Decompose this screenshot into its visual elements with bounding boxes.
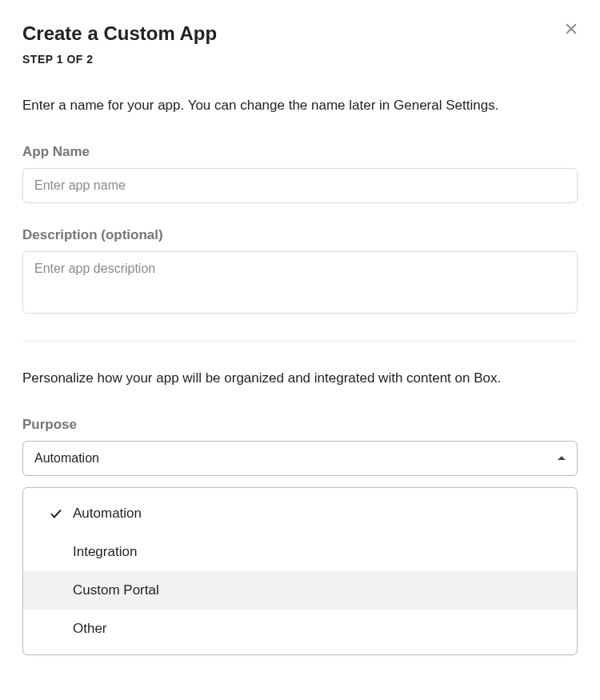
close-button[interactable] xyxy=(562,19,581,38)
description-input[interactable] xyxy=(22,251,578,314)
purpose-option[interactable]: Custom Portal xyxy=(23,571,577,610)
purpose-option[interactable]: Other xyxy=(23,610,577,648)
purpose-select[interactable]: Automation xyxy=(22,441,578,476)
check-icon xyxy=(49,506,63,521)
step-indicator: STEP 1 OF 2 xyxy=(22,53,578,66)
purpose-selected-value: Automation xyxy=(34,451,99,466)
page-title: Create a Custom App xyxy=(22,22,578,45)
purpose-option[interactable]: Integration xyxy=(23,533,577,571)
purpose-field-group: Purpose Automation AutomationIntegration… xyxy=(22,417,578,655)
app-name-input[interactable] xyxy=(22,168,578,203)
purpose-option[interactable]: Automation xyxy=(23,494,577,533)
description-field-group: Description (optional) xyxy=(22,227,578,317)
purpose-dropdown-menu: AutomationIntegrationCustom PortalOther xyxy=(22,487,578,655)
caret-up-icon xyxy=(558,456,566,460)
app-name-field-group: App Name xyxy=(22,144,578,203)
app-name-label: App Name xyxy=(22,144,578,160)
close-icon xyxy=(563,21,579,37)
purpose-option-label: Integration xyxy=(73,544,137,559)
personalize-text: Personalize how your app will be organiz… xyxy=(22,369,578,388)
intro-text: Enter a name for your app. You can chang… xyxy=(22,96,578,115)
purpose-option-label: Automation xyxy=(73,506,142,521)
divider xyxy=(22,341,578,342)
description-label: Description (optional) xyxy=(22,227,578,243)
purpose-label: Purpose xyxy=(22,417,578,433)
purpose-option-label: Other xyxy=(73,621,107,636)
purpose-option-label: Custom Portal xyxy=(73,582,159,598)
